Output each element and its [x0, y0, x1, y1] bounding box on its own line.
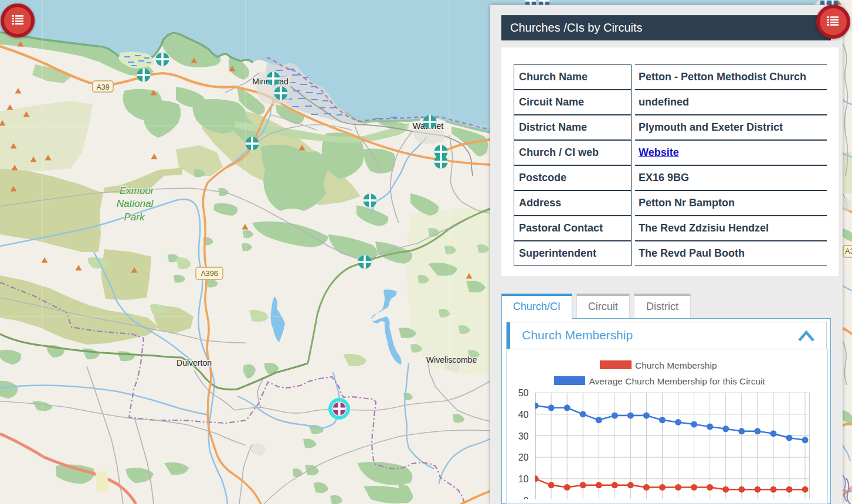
svg-text:Exmoor: Exmoor	[120, 185, 155, 196]
svg-text:20: 20	[518, 452, 528, 462]
svg-text:Park: Park	[124, 212, 145, 223]
svg-text:Average Church Membership for: Average Church Membership for this Circu…	[589, 376, 765, 386]
svg-text:A396: A396	[201, 270, 218, 278]
svg-text:10: 10	[518, 474, 528, 484]
svg-text:0: 0	[523, 496, 528, 500]
svg-text:A39: A39	[96, 83, 109, 91]
svg-text:National: National	[117, 198, 154, 209]
svg-text:50: 50	[518, 388, 528, 398]
svg-text:A3: A3	[845, 247, 852, 256]
svg-text:Wiveliscombe: Wiveliscombe	[426, 355, 477, 365]
svg-text:40: 40	[518, 410, 528, 420]
svg-text:Church Membership: Church Membership	[635, 360, 717, 370]
svg-text:Dulverton: Dulverton	[176, 358, 212, 367]
svg-text:30: 30	[518, 431, 528, 441]
